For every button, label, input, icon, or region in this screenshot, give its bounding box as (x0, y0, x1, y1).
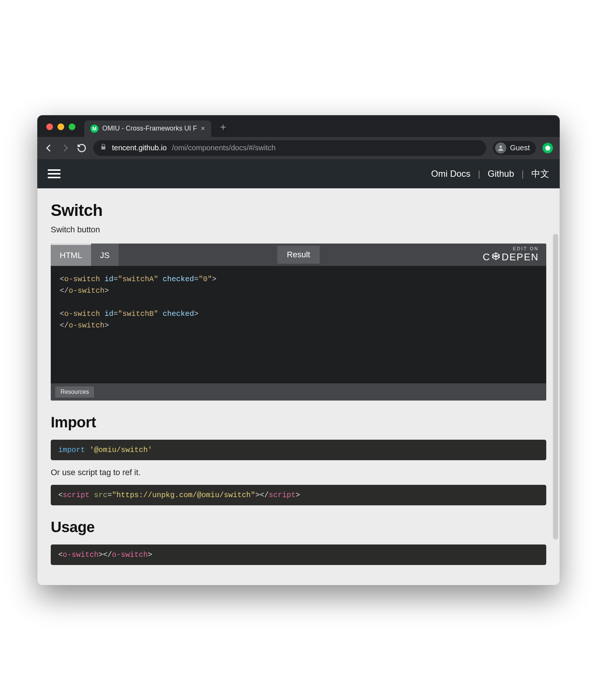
script-code: <script src="https://unpkg.com/@omiu/swi… (51, 485, 546, 505)
url-input[interactable]: tencent.github.io/omi/components/docs/#/… (93, 140, 486, 156)
import-code: import '@omiu/switch' (51, 440, 546, 460)
codepen-embed: HTML JS Result EDIT ON CDEPEN <o-switch … (51, 244, 546, 401)
codepen-footer: Resources (51, 383, 546, 401)
tab-html[interactable]: HTML (51, 244, 91, 266)
close-tab-icon[interactable]: × (201, 124, 205, 133)
page-title: Switch (51, 201, 546, 220)
resources-button[interactable]: Resources (55, 386, 94, 398)
header-links: Omi Docs | Github | 中文 (431, 168, 549, 180)
codepen-code: <o-switch id="switchA" checked="0"> </o-… (51, 266, 546, 383)
page-viewport: Omi Docs | Github | 中文 Switch Switch but… (37, 159, 560, 585)
menu-icon[interactable] (48, 169, 60, 178)
link-github[interactable]: Github (488, 169, 514, 179)
import-heading: Import (51, 414, 546, 431)
reload-button[interactable] (77, 143, 87, 153)
back-button[interactable] (44, 143, 54, 153)
codepen-logo: CDEPEN (483, 251, 539, 263)
site-header: Omi Docs | Github | 中文 (37, 159, 560, 188)
url-path: /omi/components/docs/#/switch (172, 144, 276, 152)
avatar-icon (495, 142, 506, 154)
maximize-window-icon[interactable] (69, 123, 75, 130)
link-chinese[interactable]: 中文 (531, 168, 549, 180)
or-text: Or use script tag to ref it. (51, 468, 546, 477)
usage-code: <o-switch></o-switch> (51, 544, 546, 565)
scrollbar[interactable] (553, 234, 558, 540)
codepen-tabs: HTML JS Result EDIT ON CDEPEN (51, 244, 546, 266)
edit-on-label: EDIT ON (513, 246, 539, 251)
tab-result[interactable]: Result (277, 246, 320, 264)
window-controls (43, 123, 79, 137)
profile-label: Guest (510, 144, 530, 152)
browser-tabbar: M OMIU - Cross-Frameworks UI F × + (37, 115, 560, 137)
url-host: tencent.github.io (112, 144, 167, 152)
divider: | (478, 169, 480, 179)
tab-js[interactable]: JS (91, 244, 119, 266)
page-subtitle: Switch button (51, 225, 546, 235)
extension-icon[interactable] (543, 143, 553, 153)
browser-tab[interactable]: M OMIU - Cross-Frameworks UI F × (84, 120, 211, 137)
profile-button[interactable]: Guest (493, 141, 536, 155)
lock-icon (100, 144, 107, 152)
minimize-window-icon[interactable] (57, 123, 64, 130)
svg-point-0 (499, 145, 502, 148)
cube-icon (492, 251, 500, 263)
divider: | (522, 169, 524, 179)
link-omi-docs[interactable]: Omi Docs (431, 169, 470, 179)
page-content: Switch Switch button HTML JS Result EDIT… (37, 188, 560, 585)
usage-heading: Usage (51, 519, 546, 536)
edit-on-codepen[interactable]: EDIT ON CDEPEN (483, 244, 546, 266)
favicon-icon: M (90, 125, 99, 133)
browser-window: M OMIU - Cross-Frameworks UI F × + tence… (37, 115, 560, 585)
tab-title: OMIU - Cross-Frameworks UI F (102, 125, 197, 132)
close-window-icon[interactable] (46, 123, 53, 130)
forward-button[interactable] (60, 143, 70, 153)
new-tab-button[interactable]: + (216, 121, 230, 137)
browser-address-bar: tencent.github.io/omi/components/docs/#/… (37, 137, 560, 159)
